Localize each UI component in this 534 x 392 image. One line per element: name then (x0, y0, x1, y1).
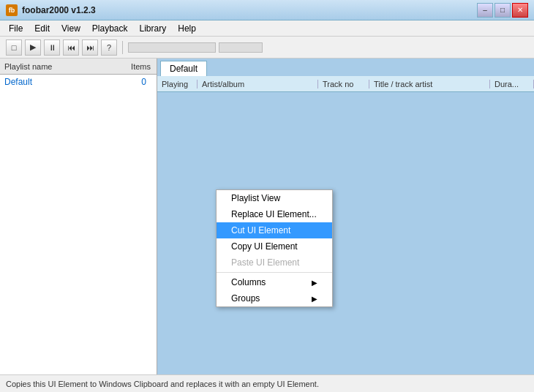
title-bar: fb foobar2000 v1.2.3 – □ ✕ (0, 0, 534, 20)
playlist-column-headers: Playlist name Items (0, 59, 157, 75)
ctx-cut-ui[interactable]: Cut UI Element (217, 222, 332, 238)
tab-bar: Default (157, 59, 534, 76)
col-title: Title / track artist (369, 80, 490, 88)
playlist-list: Default 0 (0, 75, 157, 374)
column-headers: Playing Artist/album Track no Title / tr… (157, 76, 534, 92)
toolbar: □ ▶ ⏸ ⏮ ⏭ ? (0, 37, 534, 59)
maximize-button[interactable]: □ (494, 3, 511, 18)
ctx-cut-ui-label: Cut UI Element (231, 225, 290, 235)
ctx-paste-ui: Paste UI Element (217, 255, 332, 271)
volume-bar[interactable] (219, 42, 263, 53)
random-button[interactable]: ? (101, 39, 117, 56)
ctx-playlist-view-label: Playlist View (231, 193, 280, 203)
seek-bar[interactable] (128, 42, 216, 53)
minimize-button[interactable]: – (477, 3, 493, 18)
menu-help[interactable]: Help (172, 22, 202, 35)
col-trackno: Track no (318, 80, 369, 88)
status-text: Copies this UI Element to Windows Clipbo… (6, 380, 319, 388)
menu-view[interactable]: View (56, 22, 86, 35)
ctx-columns-label: Columns (231, 277, 266, 287)
main-area: Playlist name Items Default 0 Default Pl… (0, 59, 534, 374)
prev-button[interactable]: ⏮ (63, 39, 79, 56)
col-header-name: Playlist name (0, 62, 124, 71)
ctx-copy-ui-label: Copy UI Element (231, 241, 298, 252)
window-controls: – □ ✕ (477, 3, 528, 18)
ctx-replace-ui-label: Replace UI Element... (231, 209, 317, 219)
toolbar-separator (122, 41, 123, 54)
app-icon-label: fb (9, 7, 15, 14)
ctx-copy-ui[interactable]: Copy UI Element (217, 238, 332, 255)
playlist-item-count: 0 (119, 77, 152, 87)
playlist-view-panel: Default Playing Artist/album Track no Ti… (157, 59, 534, 374)
ctx-groups-label: Groups (231, 293, 260, 304)
next-button[interactable]: ⏭ (82, 39, 98, 56)
playlist-content[interactable]: Playing Artist/album Track no Title / tr… (157, 76, 534, 374)
playlist-panel: Playlist name Items Default 0 (0, 59, 157, 374)
tab-default[interactable]: Default (160, 61, 207, 76)
menu-file[interactable]: File (3, 22, 29, 35)
ctx-groups-arrow: ▶ (312, 295, 317, 303)
close-button[interactable]: ✕ (512, 3, 528, 18)
menu-playback[interactable]: Playback (86, 22, 134, 35)
play-button[interactable]: ▶ (25, 39, 41, 56)
ctx-groups[interactable]: Groups ▶ (217, 290, 332, 306)
ctx-playlist-view[interactable]: Playlist View (217, 190, 332, 206)
menu-library[interactable]: Library (134, 22, 173, 35)
col-duration: Dura... (490, 80, 534, 88)
ctx-columns-arrow: ▶ (312, 279, 317, 287)
menu-edit[interactable]: Edit (29, 22, 56, 35)
title-bar-left: fb foobar2000 v1.2.3 (6, 4, 96, 16)
status-bar: Copies this UI Element to Windows Clipbo… (0, 374, 534, 392)
app-icon: fb (6, 4, 18, 16)
ctx-paste-ui-label: Paste UI Element (231, 257, 299, 268)
stop-button[interactable]: □ (6, 39, 22, 56)
col-artist: Artist/album (198, 80, 318, 88)
window-title: foobar2000 v1.2.3 (22, 5, 96, 15)
col-header-items: Items (124, 62, 157, 71)
list-item[interactable]: Default 0 (0, 75, 157, 89)
pause-button[interactable]: ⏸ (44, 39, 60, 56)
menu-bar: File Edit View Playback Library Help (0, 20, 534, 37)
ctx-replace-ui[interactable]: Replace UI Element... (217, 206, 332, 222)
ctx-columns[interactable]: Columns ▶ (217, 274, 332, 290)
ctx-separator (217, 272, 332, 273)
context-menu: Playlist View Replace UI Element... Cut … (216, 189, 333, 307)
playlist-name: Default (4, 77, 119, 87)
col-playing: Playing (157, 80, 198, 88)
